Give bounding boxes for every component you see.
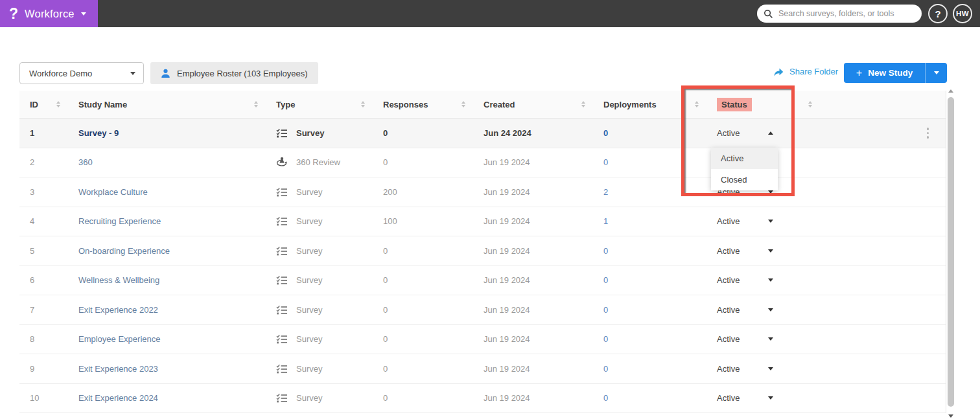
scrollbar-thumb[interactable] bbox=[948, 97, 954, 407]
column-header-id[interactable]: ID bbox=[19, 91, 68, 118]
row-menu-kebab-icon[interactable] bbox=[924, 125, 932, 141]
created-date-cell: Jun 19 2024 bbox=[473, 275, 593, 285]
chevron-down-icon bbox=[768, 249, 773, 253]
share-folder-button[interactable]: Share Folder bbox=[773, 67, 838, 76]
column-header-responses[interactable]: Responses bbox=[373, 91, 473, 118]
help-button[interactable]: ? bbox=[928, 4, 948, 23]
column-header-study-name[interactable]: Study Name bbox=[68, 91, 266, 118]
study-type-label: Survey bbox=[296, 128, 324, 138]
sort-icon[interactable] bbox=[695, 101, 699, 108]
deployments-link[interactable]: 0 bbox=[603, 157, 608, 167]
deployments-link[interactable]: 1 bbox=[603, 216, 608, 226]
status-option-closed[interactable]: Closed bbox=[711, 169, 778, 190]
chevron-down-icon bbox=[768, 220, 773, 223]
created-date: Jun 19 2024 bbox=[484, 305, 530, 315]
survey-checklist-icon bbox=[276, 128, 288, 138]
study-id: 8 bbox=[30, 334, 34, 344]
study-type-cell: Survey bbox=[266, 334, 373, 344]
study-type-cell: 360 Review bbox=[266, 157, 373, 168]
sort-icon[interactable] bbox=[808, 101, 812, 108]
status-dropdown-trigger[interactable]: Active bbox=[706, 393, 820, 403]
deployments-link[interactable]: 2 bbox=[603, 187, 608, 197]
survey-checklist-icon bbox=[276, 393, 288, 403]
study-name-link[interactable]: Wellness & Wellbeing bbox=[78, 275, 159, 285]
sort-icon[interactable] bbox=[56, 101, 60, 108]
study-type-label: Survey bbox=[296, 393, 322, 403]
chevron-up-icon bbox=[768, 131, 773, 135]
study-id: 10 bbox=[30, 393, 39, 403]
table-scrollbar[interactable] bbox=[948, 88, 954, 419]
survey-checklist-icon bbox=[276, 187, 288, 197]
sort-icon[interactable] bbox=[361, 101, 365, 108]
scroll-up-arrow-icon[interactable] bbox=[948, 89, 953, 93]
study-id: 5 bbox=[30, 246, 34, 256]
study-name-link[interactable]: Exit Experience 2023 bbox=[78, 364, 158, 374]
status-dropdown-trigger[interactable]: Active bbox=[706, 305, 820, 315]
column-header-created[interactable]: Created bbox=[473, 91, 593, 118]
search-input[interactable] bbox=[778, 9, 908, 18]
study-id: 9 bbox=[30, 364, 34, 374]
table-row: 4Recruiting ExperienceSurvey100Jun 19 20… bbox=[19, 207, 946, 237]
deployments-link[interactable]: 0 bbox=[603, 128, 608, 138]
responses-value: 0 bbox=[383, 305, 388, 315]
column-header-label: Status bbox=[717, 98, 752, 111]
study-name-cell: On-boarding Experience bbox=[68, 246, 266, 256]
sort-icon[interactable] bbox=[254, 101, 258, 108]
study-type-label: Survey bbox=[296, 187, 322, 197]
study-name-link[interactable]: Employee Experience bbox=[78, 334, 160, 344]
responses-value-cell: 0 bbox=[373, 334, 473, 344]
created-date: Jun 24 2024 bbox=[484, 128, 531, 138]
status-option-active[interactable]: Active bbox=[711, 148, 778, 169]
column-header-label: Created bbox=[484, 100, 515, 109]
deployments-link[interactable]: 0 bbox=[603, 364, 608, 374]
study-name-link[interactable]: Exit Experience 2022 bbox=[78, 305, 158, 315]
avatar[interactable]: HW bbox=[953, 4, 972, 23]
responses-value: 0 bbox=[383, 157, 388, 167]
column-header-deployments[interactable]: Deployments bbox=[593, 91, 706, 118]
new-study-button[interactable]: + New Study bbox=[844, 63, 925, 83]
new-study-dropdown-button[interactable] bbox=[925, 63, 947, 83]
deployments-link-cell: 1 bbox=[593, 216, 706, 226]
study-name-cell: Employee Experience bbox=[68, 334, 266, 344]
study-type-label: Survey bbox=[296, 364, 322, 374]
status-value: Active bbox=[717, 246, 740, 256]
study-name-link[interactable]: Survey - 9 bbox=[78, 128, 119, 138]
status-dropdown-trigger[interactable]: Active bbox=[706, 128, 820, 138]
global-search[interactable] bbox=[757, 5, 922, 23]
status-dropdown-trigger[interactable]: Active bbox=[706, 275, 820, 285]
column-header-status[interactable]: Status bbox=[706, 91, 820, 118]
product-name: Workforce bbox=[25, 8, 75, 20]
table-row: 1Survey - 9Survey0Jun 24 20240Active bbox=[19, 119, 946, 148]
scroll-down-arrow-icon[interactable] bbox=[948, 414, 953, 418]
brand-menu[interactable]: ? Workforce bbox=[0, 0, 98, 27]
deployments-link[interactable]: 0 bbox=[603, 275, 608, 285]
status-dropdown-trigger[interactable]: Active bbox=[706, 364, 820, 374]
deployments-link[interactable]: 0 bbox=[603, 393, 608, 403]
chevron-down-icon bbox=[768, 367, 773, 370]
study-name-link[interactable]: On-boarding Experience bbox=[78, 246, 170, 256]
deployments-link[interactable]: 0 bbox=[603, 334, 608, 344]
responses-value-cell: 0 bbox=[373, 364, 473, 374]
study-name-link[interactable]: Workplace Culture bbox=[78, 187, 148, 197]
status-value: Active bbox=[717, 216, 740, 226]
study-name-link[interactable]: Exit Experience 2024 bbox=[78, 393, 158, 403]
status-dropdown-trigger[interactable]: Active bbox=[706, 246, 820, 256]
brand-logo-icon: ? bbox=[9, 6, 18, 21]
sort-icon[interactable] bbox=[461, 101, 465, 108]
sort-icon[interactable] bbox=[581, 101, 585, 108]
status-dropdown-trigger[interactable]: Active bbox=[706, 216, 820, 226]
status-dropdown-trigger[interactable]: Active bbox=[706, 334, 820, 344]
study-name-link[interactable]: Recruiting Experience bbox=[78, 216, 161, 226]
column-header-type[interactable]: Type bbox=[266, 91, 373, 118]
employee-roster-label: Employee Roster (103 Employees) bbox=[177, 69, 308, 78]
new-study-label: New Study bbox=[868, 68, 913, 78]
deployments-link[interactable]: 0 bbox=[603, 305, 608, 315]
folder-select-value: Workforce Demo bbox=[29, 69, 130, 78]
responses-value-cell: 0 bbox=[373, 393, 473, 403]
deployments-link[interactable]: 0 bbox=[603, 246, 608, 256]
folder-select[interactable]: Workforce Demo bbox=[19, 62, 144, 84]
study-name-link[interactable]: 360 bbox=[78, 157, 93, 167]
table-row: 9Exit Experience 2023Survey0Jun 19 20240… bbox=[19, 354, 946, 384]
share-icon bbox=[773, 67, 784, 76]
employee-roster-button[interactable]: Employee Roster (103 Employees) bbox=[150, 62, 318, 84]
